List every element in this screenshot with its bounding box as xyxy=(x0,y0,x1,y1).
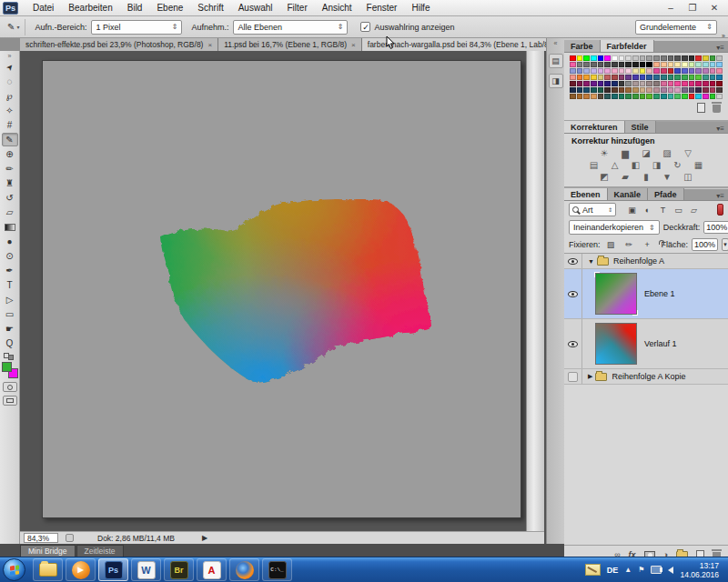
color-swatch[interactable] xyxy=(591,94,597,99)
color-swatch[interactable] xyxy=(716,87,723,93)
color-swatch[interactable] xyxy=(625,55,632,61)
zoom-tool[interactable]: Q xyxy=(2,336,18,350)
clone-stamp-tool[interactable]: ♜ xyxy=(2,176,18,190)
explorer-button[interactable] xyxy=(33,558,63,581)
color-swatch[interactable] xyxy=(682,75,688,80)
volume-icon[interactable] xyxy=(668,567,673,574)
adjustment-posterize-icon[interactable]: ▰ xyxy=(619,171,632,182)
color-swatch[interactable] xyxy=(682,87,688,93)
color-swatch[interactable] xyxy=(695,87,702,93)
color-swatch[interactable] xyxy=(632,62,639,67)
color-swatch[interactable] xyxy=(640,94,646,99)
color-swatch[interactable] xyxy=(695,62,702,67)
color-swatch[interactable] xyxy=(689,87,695,93)
fill-dropdown[interactable]: ▼ xyxy=(722,238,728,251)
opacity-input[interactable]: 100% xyxy=(703,221,728,234)
color-swatch[interactable] xyxy=(604,87,611,93)
document-tab-2[interactable]: 11.psd bei 16,7% (Ebene 1, RGB/8)× xyxy=(218,38,362,51)
shape-tool[interactable]: ▭ xyxy=(2,307,18,321)
show-sampling-ring-checkbox[interactable]: ✓ xyxy=(360,22,370,32)
color-swatch[interactable] xyxy=(710,81,716,86)
color-swatch[interactable] xyxy=(716,75,723,80)
color-swatch[interactable] xyxy=(612,55,618,61)
collapse-panels-icon[interactable]: » xyxy=(722,33,725,39)
color-swatch[interactable] xyxy=(668,55,674,61)
color-swatch[interactable] xyxy=(703,55,709,61)
color-swatch[interactable] xyxy=(668,87,674,93)
color-swatch[interactable] xyxy=(612,62,618,67)
color-swatch[interactable] xyxy=(632,68,639,74)
color-swatch[interactable] xyxy=(612,68,618,74)
language-indicator[interactable]: DE xyxy=(607,566,619,575)
color-swatch[interactable] xyxy=(674,94,681,99)
color-swatch[interactable] xyxy=(689,94,695,99)
foreground-color-swatch[interactable] xyxy=(2,362,12,372)
expand-triangle-icon[interactable]: ▶ xyxy=(588,373,592,380)
menu-bild[interactable]: Bild xyxy=(120,1,150,15)
color-swatch[interactable] xyxy=(674,81,681,86)
color-swatch[interactable] xyxy=(674,68,681,74)
action-center-flag-icon[interactable]: ⚑ xyxy=(638,566,644,574)
colors-tab-farbfelder[interactable]: Farbfelder xyxy=(601,40,654,52)
color-swatch[interactable] xyxy=(661,87,667,93)
color-swatch[interactable] xyxy=(591,55,597,61)
color-swatch[interactable] xyxy=(577,55,583,61)
collapse-toolbar-icon[interactable]: » xyxy=(8,53,12,60)
color-swatch[interactable] xyxy=(612,87,618,93)
layers-tab-pfade[interactable]: Pfade xyxy=(648,188,684,200)
color-swatch[interactable] xyxy=(674,62,681,67)
color-swatch[interactable] xyxy=(577,81,583,86)
color-swatch[interactable] xyxy=(703,87,709,93)
colors-panel-menu-icon[interactable]: ▾≡ xyxy=(716,44,728,52)
adjustment-photo-filter-icon[interactable]: ◨ xyxy=(650,159,663,170)
color-swatch[interactable] xyxy=(640,81,646,86)
layers-tab-ebenen[interactable]: Ebenen xyxy=(564,188,608,200)
menu-datei[interactable]: Datei xyxy=(25,1,61,15)
media-player-button[interactable]: ▶ xyxy=(66,558,96,581)
color-swatch[interactable] xyxy=(695,55,702,61)
lock-pixels-icon[interactable]: ✏ xyxy=(622,239,636,251)
layer-group-row[interactable]: ▼Reihenfolge A xyxy=(564,254,728,269)
filter-shape-layers-icon[interactable]: ▭ xyxy=(672,204,685,216)
adjustments-panel-menu-icon[interactable]: ▾≡ xyxy=(716,125,728,133)
blend-mode-select[interactable]: Ineinanderkopieren ⇕ xyxy=(569,220,660,235)
sample-layers-select[interactable]: Alle Ebenen ⇕ xyxy=(233,20,348,35)
workspace-select[interactable]: Grundelemente ⇕ xyxy=(635,20,717,35)
new-swatch-icon[interactable] xyxy=(697,103,705,113)
color-swatch[interactable] xyxy=(583,75,590,80)
adjustment-exposure-icon[interactable]: ▨ xyxy=(661,147,674,158)
color-swatch[interactable] xyxy=(653,94,660,99)
clock[interactable]: 13:17 14.06.2016 xyxy=(680,561,723,579)
color-swatch[interactable] xyxy=(682,81,688,86)
adjustment-threshold-icon[interactable]: ▮ xyxy=(640,171,653,182)
crop-tool[interactable]: # xyxy=(2,118,18,132)
color-swatch[interactable] xyxy=(619,55,625,61)
color-swatch[interactable] xyxy=(661,81,667,86)
color-swatch[interactable] xyxy=(661,55,667,61)
layer-filter-toggle[interactable] xyxy=(717,204,723,216)
adjustment-curves-icon[interactable]: ◪ xyxy=(640,147,653,158)
menu-fenster[interactable]: Fenster xyxy=(359,1,405,15)
color-swatch[interactable] xyxy=(612,81,618,86)
color-swatch[interactable] xyxy=(653,62,660,67)
history-brush-tool[interactable]: ↺ xyxy=(2,191,18,205)
filter-pixel-layers-icon[interactable]: ▣ xyxy=(625,204,639,216)
color-swatch[interactable] xyxy=(716,94,723,99)
color-swatch[interactable] xyxy=(653,87,660,93)
minimize-button[interactable]: – xyxy=(664,3,677,13)
document-tab-1[interactable]: schriften-effekte.psd bei 23,9% (Photosh… xyxy=(20,38,218,51)
adjustment-invert-icon[interactable]: ◩ xyxy=(598,171,612,182)
adjustments-tab-stile[interactable]: Stile xyxy=(625,121,656,133)
color-swatch[interactable] xyxy=(598,68,604,74)
tool-preset-picker[interactable]: ✎ ▾ xyxy=(2,19,25,35)
color-swatch[interactable] xyxy=(604,94,611,99)
color-swatch[interactable] xyxy=(640,68,646,74)
journal-tray-icon[interactable] xyxy=(585,564,601,576)
menu-schrift[interactable]: Schrift xyxy=(190,1,230,15)
hand-tool[interactable]: ☛ xyxy=(2,322,18,336)
color-swatch[interactable] xyxy=(577,87,583,93)
color-swatch[interactable] xyxy=(598,87,604,93)
color-swatch[interactable] xyxy=(604,55,611,61)
color-swatch[interactable] xyxy=(703,68,709,74)
color-swatch[interactable] xyxy=(710,62,716,67)
